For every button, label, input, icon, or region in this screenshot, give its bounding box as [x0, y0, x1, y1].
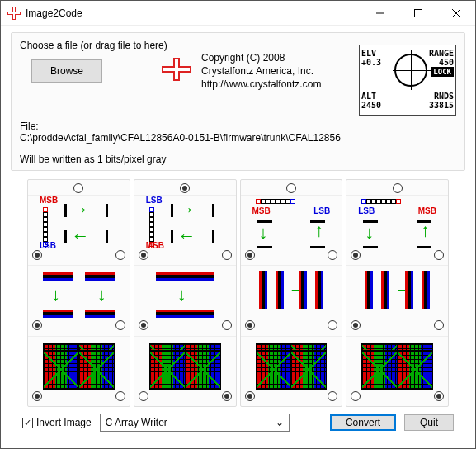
quit-button[interactable]: Quit — [404, 414, 454, 431]
bit-depth-text: Will be written as 1 bits/pixel gray — [20, 154, 166, 165]
panel-4-sec1-left-radio[interactable] — [351, 250, 361, 260]
svg-rect-5 — [415, 9, 422, 17]
writer-dropdown[interactable]: C Array Writer ⌄ — [100, 414, 290, 432]
panel-3-sec1-left-radio[interactable] — [245, 250, 255, 260]
copyright-block: Copyright (C) 2008 Crystalfontz America,… — [201, 51, 321, 92]
panel-4-sec3-right-radio[interactable] — [434, 391, 444, 401]
writer-selected: C Array Writer — [106, 417, 167, 428]
panel-2-sec1-left-radio[interactable] — [139, 250, 148, 260]
file-info-group: Choose a file (or drag file to here) Bro… — [11, 32, 465, 171]
orientation-panel-1: MSB LSB → → ↓ ↓ — [27, 179, 130, 407]
orientation-panel-2: LSB MSB → → ↓ — [134, 179, 237, 407]
panel-1-radio[interactable] — [73, 183, 83, 193]
maximize-button[interactable] — [399, 1, 437, 26]
crystalfontz-logo-icon — [162, 58, 191, 81]
panel-1-sec1-left-radio[interactable] — [32, 250, 42, 260]
panel-2-radio[interactable] — [180, 183, 190, 193]
panel-4-sec1-right-radio[interactable] — [434, 250, 444, 260]
bottom-bar: ✓ Invert Image C Array Writer ⌄ Convert … — [11, 407, 465, 438]
panel-4-radio[interactable] — [393, 183, 403, 193]
panel-2-sec3-right-radio[interactable] — [222, 391, 232, 401]
titlebar: Image2Code — [1, 1, 475, 26]
panel-3-sec3-left-radio[interactable] — [245, 391, 255, 401]
chevron-down-icon: ⌄ — [276, 417, 284, 428]
panel-2-sec3-left-radio[interactable] — [139, 391, 148, 401]
close-button[interactable] — [437, 1, 475, 26]
invert-label: Invert Image — [36, 417, 92, 428]
copyright-line: Copyright (C) 2008 — [201, 51, 321, 64]
panel-2-sec2-left-radio[interactable] — [139, 320, 148, 330]
panel-2-sec2-right-radio[interactable] — [222, 320, 232, 330]
panel-3-radio[interactable] — [286, 183, 296, 193]
panel-4-sec3-left-radio[interactable] — [351, 391, 361, 401]
panel-3-sec1-right-radio[interactable] — [328, 250, 337, 260]
panel-3-sec2-left-radio[interactable] — [245, 320, 255, 330]
panel-3-sec3-right-radio[interactable] — [328, 391, 337, 401]
file-label: File: — [20, 121, 39, 132]
image-preview: ELVRANGE +0.3450 LOCK ALTRNDS 245033815 — [359, 45, 456, 116]
minimize-button[interactable] — [361, 1, 399, 26]
app-icon — [7, 7, 21, 20]
copyright-url: http://www.crystalfontz.com — [201, 78, 321, 91]
panel-3-sec2-right-radio[interactable] — [328, 320, 337, 330]
invert-image-checkbox[interactable]: ✓ Invert Image — [22, 417, 92, 428]
panel-4-sec2-right-radio[interactable] — [434, 320, 444, 330]
panel-2-sec1-right-radio[interactable] — [222, 250, 232, 260]
orientation-panel-4: LSB MSB ↓ ↓ → — [346, 179, 449, 407]
browse-button[interactable]: Browse — [31, 59, 102, 83]
panel-1-sec1-right-radio[interactable] — [115, 250, 125, 260]
panel-1-sec3-right-radio[interactable] — [115, 391, 125, 401]
orientation-panels: MSB LSB → → ↓ ↓ — [11, 179, 465, 407]
window-title: Image2Code — [26, 7, 361, 19]
orientation-panel-3: MSB LSB ↓ ↓ → — [240, 179, 343, 407]
checkbox-icon: ✓ — [22, 418, 33, 428]
panel-1-sec2-left-radio[interactable] — [32, 320, 42, 330]
file-path: C:\proddev\cfal_family\CFAL12856A0-0151-… — [20, 132, 341, 144]
window-buttons — [361, 1, 475, 26]
svg-rect-11 — [163, 68, 190, 71]
panel-1-sec2-right-radio[interactable] — [115, 320, 125, 330]
panel-1-sec3-left-radio[interactable] — [32, 391, 42, 401]
copyright-company: Crystalfontz America, Inc. — [201, 64, 321, 78]
panel-4-sec2-left-radio[interactable] — [351, 320, 361, 330]
convert-button[interactable]: Convert — [330, 414, 396, 431]
svg-rect-3 — [8, 12, 20, 14]
